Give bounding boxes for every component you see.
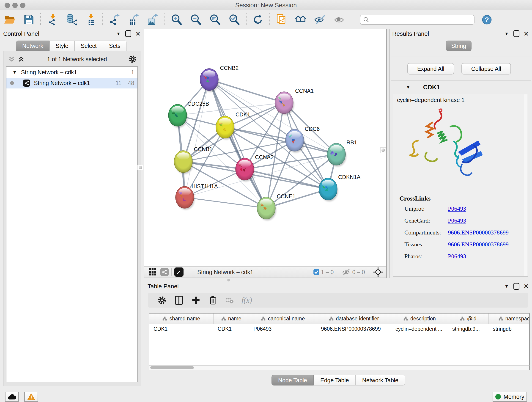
column-header-shared-name[interactable]: shared name xyxy=(149,313,214,324)
edge-CCNB2-HIST1H1A[interactable] xyxy=(185,80,209,197)
zoom-out-icon[interactable] xyxy=(186,13,206,27)
node-label-CCNB1: CCNB1 xyxy=(194,146,212,152)
edge-CDKN1A-CCNE1[interactable] xyxy=(266,189,328,208)
edge-HIST1H1A-CCNE1[interactable] xyxy=(185,197,266,208)
table-hscrollbar[interactable] xyxy=(149,365,530,370)
open-session-icon[interactable] xyxy=(0,13,19,27)
vertical-splitter[interactable] xyxy=(386,29,389,281)
tab-network-table[interactable]: Network Table xyxy=(355,375,405,385)
collapse-triangle-icon[interactable]: ▼ xyxy=(406,85,410,90)
node-HIST1H1A[interactable]: HIST1H1A xyxy=(176,183,218,210)
gear-icon[interactable] xyxy=(128,55,137,63)
tab-sets[interactable]: Sets xyxy=(103,41,127,51)
import-network-database-icon[interactable] xyxy=(62,13,81,27)
import-network-icon[interactable] xyxy=(43,13,62,27)
expand-all-button[interactable]: Expand All xyxy=(407,63,454,75)
tab-network[interactable]: Network xyxy=(16,41,50,51)
node-RB1[interactable]: RB1 xyxy=(327,139,357,167)
node-CCNB2[interactable]: CCNB2 xyxy=(200,65,239,92)
table-cell[interactable]: stringdb xyxy=(489,326,530,332)
zoom-in-icon[interactable] xyxy=(167,13,186,27)
panel-menu-icon[interactable]: ▾ xyxy=(505,31,508,37)
column-header-namespace[interactable]: namespace xyxy=(489,313,530,324)
tab-edge-table[interactable]: Edge Table xyxy=(314,375,355,385)
crosslink-link[interactable]: P06493 xyxy=(448,205,466,212)
export-table-icon[interactable] xyxy=(124,13,143,27)
tab-node-table[interactable]: Node Table xyxy=(272,375,314,385)
table-cell[interactable]: CDK1 xyxy=(149,326,214,332)
column-header-name[interactable]: name xyxy=(214,313,249,324)
network-row[interactable]: String Network – cdk1 11 48 xyxy=(6,78,138,89)
create-column-icon[interactable] xyxy=(187,294,204,307)
table-cell[interactable]: cyclin–dependent ... xyxy=(391,326,448,332)
zoom-fit-icon[interactable] xyxy=(206,13,225,27)
copy-style-icon[interactable] xyxy=(272,13,291,27)
crosslink-link[interactable]: P06493 xyxy=(448,253,466,260)
save-session-icon[interactable] xyxy=(19,13,38,27)
panel-close-icon[interactable]: ✕ xyxy=(524,30,529,38)
search-input[interactable] xyxy=(371,16,471,23)
splitter-handle[interactable] xyxy=(380,147,386,153)
tab-style[interactable]: Style xyxy=(50,41,75,51)
node-CCNA1[interactable]: CCNA1 xyxy=(275,88,314,115)
crosslink-link[interactable]: 9606.ENSP00000378699 xyxy=(448,241,509,248)
table-gear-icon[interactable] xyxy=(153,294,171,307)
hidden-eye-icon xyxy=(342,268,351,276)
panel-close-icon[interactable]: ✕ xyxy=(135,30,141,38)
show-columns-icon[interactable] xyxy=(171,294,187,307)
scrollbar-thumb[interactable] xyxy=(150,366,194,369)
show-selected-icon[interactable] xyxy=(330,13,349,27)
column-header-description[interactable]: description xyxy=(391,313,448,324)
birds-eye-view-icon[interactable] xyxy=(373,267,383,277)
hide-selected-icon[interactable] xyxy=(310,13,330,27)
table-cell[interactable]: 9606.ENSP00000378699 xyxy=(317,326,391,332)
column-header-@id[interactable]: @id xyxy=(448,313,489,324)
panel-float-icon[interactable] xyxy=(513,30,519,37)
node-CDKN1A[interactable]: CDKN1A xyxy=(319,174,360,201)
panel-menu-icon[interactable]: ▾ xyxy=(505,283,508,289)
show-all-networks-icon[interactable] xyxy=(291,13,310,27)
zoom-selected-icon[interactable] xyxy=(225,13,244,27)
collapse-all-icon[interactable] xyxy=(8,56,16,63)
node-CCNE1[interactable]: CCNE1 xyxy=(257,193,295,220)
cloud-button[interactable] xyxy=(5,392,19,402)
column-header-canonical-name[interactable]: canonical name xyxy=(249,313,317,324)
network-badge-icon[interactable] xyxy=(160,268,169,276)
panel-float-icon[interactable] xyxy=(513,283,519,290)
splitter-handle[interactable] xyxy=(138,165,143,170)
selected-checkbox-icon[interactable] xyxy=(313,269,320,275)
gene-entry-header[interactable]: ▼ CDK1 xyxy=(391,81,531,93)
memory-button[interactable]: Memory xyxy=(493,392,527,402)
panel-menu-icon[interactable]: ▾ xyxy=(117,31,120,37)
network-collection-row[interactable]: ▼ String Network – cdk1 1 xyxy=(6,67,138,78)
panel-float-icon[interactable] xyxy=(125,30,131,37)
table-cell[interactable]: CDK1 xyxy=(214,326,249,332)
grid-view-icon[interactable] xyxy=(148,268,157,276)
collapse-triangle-icon[interactable]: ▼ xyxy=(12,70,17,75)
network-view[interactable]: CCNB2CCNA1CDC25BCDK1CDC6RB1CCNB1CCNA2CDK… xyxy=(144,29,386,267)
results-scrollbar[interactable] xyxy=(524,95,527,276)
import-table-icon[interactable] xyxy=(81,13,101,27)
table-row[interactable]: CDK1CDK1P064939606.ENSP00000378699cyclin… xyxy=(149,324,529,334)
collapse-all-button[interactable]: Collapse All xyxy=(462,63,511,75)
crosslink-link[interactable]: 9606.ENSP00000378699 xyxy=(448,229,509,236)
edge-CCNB2-CCNA1[interactable] xyxy=(209,80,284,103)
panel-close-icon[interactable]: ✕ xyxy=(524,283,529,290)
warning-button[interactable] xyxy=(24,392,38,402)
tab-select[interactable]: Select xyxy=(75,41,103,51)
tab-string[interactable]: String xyxy=(446,41,472,51)
open-in-window-icon[interactable] xyxy=(174,268,184,277)
export-image-icon[interactable] xyxy=(143,13,163,27)
export-network-icon[interactable] xyxy=(105,13,124,27)
search-box[interactable] xyxy=(360,15,475,25)
crosslink-link[interactable]: P06493 xyxy=(448,217,466,224)
help-icon[interactable]: ? xyxy=(477,13,496,27)
edge-CCNA2-CDKN1A[interactable] xyxy=(245,169,328,189)
delete-column-icon[interactable] xyxy=(204,294,221,307)
node-table[interactable]: shared namenamecanonical namedatabase id… xyxy=(149,313,530,365)
column-header-database-identifier[interactable]: database identifier xyxy=(317,313,391,324)
expand-all-icon[interactable] xyxy=(18,56,25,63)
table-cell[interactable]: stringdb:9... xyxy=(448,326,489,332)
table-cell[interactable]: P06493 xyxy=(249,326,317,332)
refresh-icon[interactable] xyxy=(248,13,268,27)
